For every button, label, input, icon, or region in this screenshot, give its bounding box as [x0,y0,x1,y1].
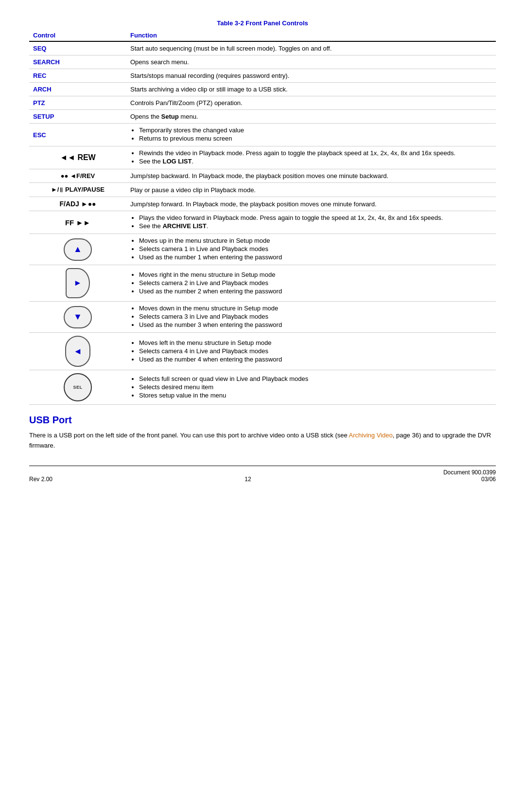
control-cell-setup: SETUP [29,110,126,124]
col-header-control: Control [29,30,126,41]
bullet-item: Plays the video forward in Playback mode… [139,214,492,221]
table-title: Table 3-2 Front Panel Controls [29,19,496,27]
control-cell-rec: REC [29,69,126,83]
footer-left: Rev 2.00 [29,476,52,483]
function-cell-right: Moves right in the menu structure in Set… [126,265,496,302]
function-cell-frev: Jump/step backward. In Playback mode, th… [126,169,496,183]
function-cell-search: Opens search menu. [126,55,496,69]
table-row: ◄◄ REWRewinds the video in Playback mode… [29,146,496,169]
play-label: ►/॥ PLAY/PAUSE [51,186,105,193]
sel-button-icon: SEL [64,373,92,401]
left-button-icon: ◄ [65,336,90,367]
table-row: SETUPOpens the Setup menu. [29,110,496,124]
frev-label: ●● ◄F/REV [61,172,95,180]
bullet-item: Moves left in the menu structure in Setu… [139,339,492,346]
function-cell-ptz: Controls Pan/Tilt/Zoom (PTZ) operation. [126,96,496,110]
usb-heading: USB Port [29,415,496,426]
bullet-item: Used as the number 2 when entering the p… [139,288,492,295]
control-cell-ptz: PTZ [29,96,126,110]
right-button-icon: ► [66,268,90,298]
bullet-item: Used as the number 4 when entering the p… [139,356,492,363]
bullet-item: Moves right in the menu structure in Set… [139,271,492,278]
function-cell-ff: Plays the video forward in Playback mode… [126,211,496,234]
table-row: SEARCHOpens search menu. [29,55,496,69]
bullet-item: Returns to previous menu screen [139,135,492,142]
control-cell-search: SEARCH [29,55,126,69]
usb-text-middle: , page [393,432,412,439]
bullet-item: Selects desired menu item [139,383,492,391]
usb-section: USB Port There is a USB port on the left… [29,415,496,451]
function-cell-down: Moves down in the menu structure in Setu… [126,302,496,333]
bullet-item: See the ARCHIVE LIST. [139,222,492,230]
archiving-video-link[interactable]: Archiving Video [349,432,393,439]
table-row: FF ►►Plays the video forward in Playback… [29,211,496,234]
table-row: F/ADJ ►●●Jump/step forward. In Playback … [29,197,496,211]
bullet-item: Moves down in the menu structure in Setu… [139,305,492,312]
footer-doc: Document 900.0399 [443,469,496,476]
up-button-icon: ▲ [64,238,92,261]
table-row: ▲Moves up in the menu structure in Setup… [29,234,496,265]
function-cell-playpause: Play or pause a video clip in Playback m… [126,183,496,197]
rew-label: ◄◄ REW [60,153,95,162]
front-panel-controls-table: Control Function SEQStart auto sequencin… [29,30,496,405]
control-cell-playpause: ►/॥ PLAY/PAUSE [29,183,126,197]
table-row: PTZControls Pan/Tilt/Zoom (PTZ) operatio… [29,96,496,110]
bullet-item: Rewinds the video in Playback mode. Pres… [139,149,492,157]
bullet-item: Used as the number 1 when entering the p… [139,253,492,261]
function-cell-esc: Temporarily stores the changed valueRetu… [126,124,496,146]
footer: Rev 2.00 12 Document 900.0399 03/06 [29,466,496,483]
bullet-item: Selects full screen or quad view in Live… [139,375,492,382]
col-header-function: Function [126,30,496,41]
function-cell-setup: Opens the Setup menu. [126,110,496,124]
control-cell-down: ▼ [29,302,126,333]
table-row: ●● ◄F/REVJump/step backward. In Playback… [29,169,496,183]
bullet-item: Stores setup value in the menu [139,392,492,399]
function-cell-fadj: Jump/step forward. In Playback mode, the… [126,197,496,211]
bullet-item: Used as the number 3 when entering the p… [139,321,492,328]
bullet-item: Moves up in the menu structure in Setup … [139,237,492,244]
usb-description: There is a USB port on the left side of … [29,431,496,451]
function-cell-arch: Starts archiving a video clip or still i… [126,83,496,96]
control-cell-ff: FF ►► [29,211,126,234]
bullet-item: See the LOG LIST. [139,158,492,165]
table-row: ►/॥ PLAY/PAUSEPlay or pause a video clip… [29,183,496,197]
control-cell-rew: ◄◄ REW [29,146,126,169]
table-row: ►Moves right in the menu structure in Se… [29,265,496,302]
bullet-item: Selects camera 1 in Live and Playback mo… [139,245,492,253]
function-cell-rec: Starts/stops manual recording (requires … [126,69,496,83]
control-cell-fadj: F/ADJ ►●● [29,197,126,211]
control-cell-right: ► [29,265,126,302]
footer-right: Document 900.0399 03/06 [443,469,496,483]
usb-text-before: There is a USB port on the left side of … [29,432,349,439]
down-button-icon: ▼ [64,306,92,328]
table-row: ◄Moves left in the menu structure in Set… [29,333,496,370]
function-cell-seq: Start auto sequencing (must be in full s… [126,41,496,55]
usb-page-number: 36 [412,432,419,439]
control-cell-esc: ESC [29,124,126,146]
bullet-item: Selects camera 3 in Live and Playback mo… [139,313,492,320]
function-cell-up: Moves up in the menu structure in Setup … [126,234,496,265]
footer-center: 12 [245,476,251,483]
table-row: ▼Moves down in the menu structure in Set… [29,302,496,333]
function-cell-rew: Rewinds the video in Playback mode. Pres… [126,146,496,169]
table-row: SELSelects full screen or quad view in L… [29,370,496,405]
fadj-label: F/ADJ ►●● [59,200,96,208]
bullet-item: Temporarily stores the changed value [139,126,492,134]
function-cell-sel: Selects full screen or quad view in Live… [126,370,496,405]
function-cell-left: Moves left in the menu structure in Setu… [126,333,496,370]
footer-date: 03/06 [443,476,496,483]
bullet-item: Selects camera 4 in Live and Playback mo… [139,347,492,355]
control-cell-frev: ●● ◄F/REV [29,169,126,183]
table-row: ARCHStarts archiving a video clip or sti… [29,83,496,96]
control-cell-up: ▲ [29,234,126,265]
ff-label: FF ►► [65,218,90,227]
table-row: SEQStart auto sequencing (must be in ful… [29,41,496,55]
control-cell-arch: ARCH [29,83,126,96]
table-row: RECStarts/stops manual recording (requir… [29,69,496,83]
bullet-item: Selects camera 2 in Live and Playback mo… [139,279,492,287]
control-cell-sel: SEL [29,370,126,405]
control-cell-left: ◄ [29,333,126,370]
control-cell-seq: SEQ [29,41,126,55]
table-row: ESCTemporarily stores the changed valueR… [29,124,496,146]
